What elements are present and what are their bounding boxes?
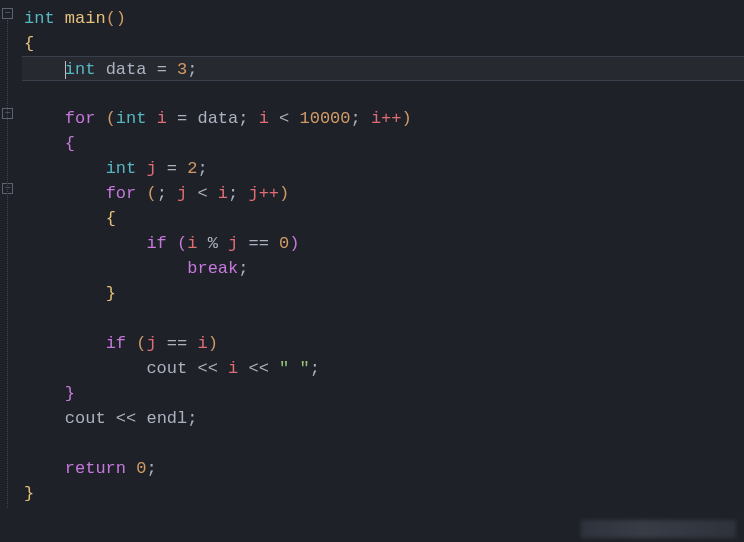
keyword-if: if bbox=[146, 234, 166, 253]
code-line[interactable]: cout << i << " "; bbox=[22, 356, 744, 381]
identifier-j: j bbox=[146, 159, 156, 178]
code-line[interactable]: int j = 2; bbox=[22, 156, 744, 181]
code-line[interactable]: break; bbox=[22, 256, 744, 281]
code-line[interactable]: { bbox=[22, 131, 744, 156]
code-line[interactable] bbox=[22, 81, 744, 106]
number-literal: 10000 bbox=[299, 109, 350, 128]
code-line[interactable] bbox=[22, 431, 744, 456]
identifier-i: i bbox=[157, 109, 167, 128]
identifier-cout: cout bbox=[146, 359, 187, 378]
code-line[interactable]: } bbox=[22, 281, 744, 306]
keyword-return: return bbox=[65, 459, 126, 478]
code-line[interactable]: { bbox=[22, 206, 744, 231]
code-line[interactable]: cout << endl; bbox=[22, 406, 744, 431]
code-line[interactable]: if (j == i) bbox=[22, 331, 744, 356]
code-line[interactable]: { bbox=[22, 31, 744, 56]
identifier-data: data bbox=[106, 60, 147, 79]
code-line[interactable] bbox=[22, 306, 744, 331]
fold-marker[interactable] bbox=[2, 8, 13, 19]
lbrace: { bbox=[24, 34, 34, 53]
code-line[interactable]: return 0; bbox=[22, 456, 744, 481]
code-line[interactable]: for (; j < i; j++) bbox=[22, 181, 744, 206]
code-line[interactable]: } bbox=[22, 481, 744, 506]
code-editor[interactable]: int main() { int data = 3; for (int i = … bbox=[0, 0, 744, 542]
number-literal: 3 bbox=[177, 60, 187, 79]
code-line[interactable]: int main() bbox=[22, 6, 744, 31]
keyword-for: for bbox=[65, 109, 96, 128]
keyword-int: int bbox=[65, 60, 96, 79]
code-line[interactable]: if (i % j == 0) bbox=[22, 231, 744, 256]
keyword-int: int bbox=[24, 9, 55, 28]
string-literal: " " bbox=[279, 359, 310, 378]
lparen: ( bbox=[106, 9, 116, 28]
code-area[interactable]: int main() { int data = 3; for (int i = … bbox=[18, 0, 744, 542]
code-line[interactable]: for (int i = data; i < 10000; i++) bbox=[22, 106, 744, 131]
keyword-break: break bbox=[187, 259, 238, 278]
function-main: main bbox=[65, 9, 106, 28]
identifier-endl: endl bbox=[146, 409, 187, 428]
status-bar-blurred bbox=[581, 520, 736, 538]
rparen: ) bbox=[116, 9, 126, 28]
code-line[interactable]: } bbox=[22, 381, 744, 406]
fold-guide bbox=[7, 20, 8, 508]
fold-gutter bbox=[0, 0, 18, 542]
code-line-current[interactable]: int data = 3; bbox=[22, 56, 744, 81]
identifier-ipp: i++ bbox=[371, 109, 402, 128]
